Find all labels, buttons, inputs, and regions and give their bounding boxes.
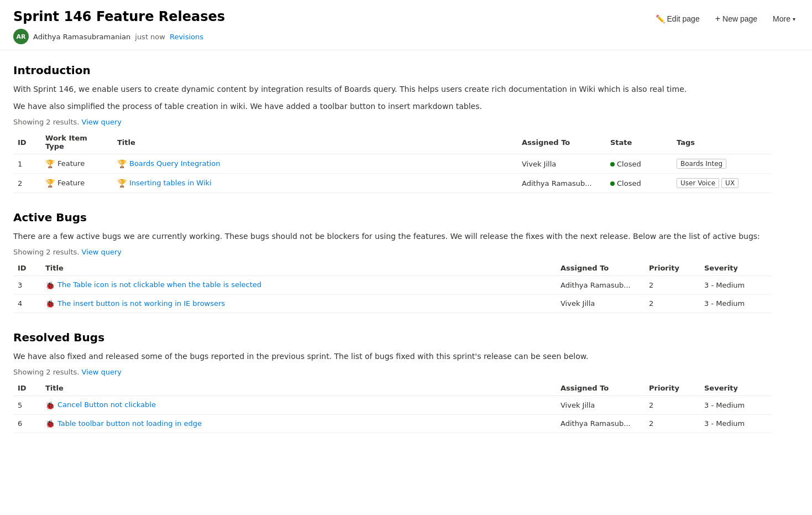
active-bugs-showing: Showing 2 results. View query (13, 248, 772, 256)
cell-state: Closed (606, 154, 672, 174)
cell-tags: Boards Integ (672, 154, 772, 174)
cell-title[interactable]: 🐞The insert button is not working in IE … (41, 294, 556, 313)
plus-icon: + (715, 14, 720, 24)
cell-severity: 3 - Medium (700, 414, 772, 433)
page-content: Introduction With Sprint 146, we enable … (0, 50, 785, 464)
bug-icon: 🐞 (45, 299, 54, 308)
table-row: 6 🐞Table toolbar button not loading in e… (13, 414, 772, 433)
introduction-section: Introduction With Sprint 146, we enable … (13, 64, 772, 193)
cell-assigned: Vivek Jilla (556, 294, 645, 313)
resolved-bugs-heading: Resolved Bugs (13, 331, 772, 344)
introduction-table: ID Work Item Type Title Assigned To Stat… (13, 131, 772, 193)
bug-icon: 🐞 (45, 419, 54, 428)
col-header-type: Work Item Type (41, 131, 113, 154)
cell-id: 5 (13, 396, 41, 415)
page-title: Sprint 146 Feature Releases (13, 9, 225, 24)
cell-title[interactable]: 🐞Cancel Button not clickable (41, 396, 556, 415)
cell-id: 2 (13, 174, 41, 193)
table-row: 3 🐞The Table icon is not clickable when … (13, 276, 772, 295)
cell-assigned: Vivek Jilla (517, 154, 606, 174)
cell-type: 🏆Feature (41, 174, 113, 193)
author-name: Adithya Ramasubramanian (33, 33, 130, 41)
tag-pill: UX (721, 178, 738, 188)
table-row: 5 🐞Cancel Button not clickable Vivek Jil… (13, 396, 772, 415)
resolved-bugs-para: We have also fixed and released some of … (13, 351, 772, 362)
introduction-showing: Showing 2 results. View query (13, 118, 772, 126)
active-bugs-para: There are a few active bugs we are curre… (13, 231, 772, 242)
active-bugs-table: ID Title Assigned To Priority Severity 3… (13, 261, 772, 313)
introduction-heading: Introduction (13, 64, 772, 77)
active-bugs-view-query[interactable]: View query (82, 248, 122, 256)
cell-tags: User VoiceUX (672, 174, 772, 193)
col-header-severity: Severity (700, 261, 772, 276)
cell-priority: 2 (645, 294, 700, 313)
cell-assigned: Adithya Ramasub... (517, 174, 606, 193)
col-header-id: ID (13, 131, 41, 154)
bug-icon: 🐞 (45, 281, 54, 290)
cell-title[interactable]: 🏆Boards Query Integration (113, 154, 517, 174)
chevron-down-icon: ▾ (793, 16, 795, 22)
timestamp: just now (135, 33, 165, 41)
cell-title[interactable]: 🐞Table toolbar button not loading in edg… (41, 414, 556, 433)
table-row: 2 🏆Feature 🏆Inserting tables in Wiki Adi… (13, 174, 772, 193)
edit-page-button[interactable]: ✏️ Edit page (652, 12, 703, 25)
cell-severity: 3 - Medium (700, 294, 772, 313)
cell-severity: 3 - Medium (700, 276, 772, 295)
feature-icon-2: 🏆 (117, 179, 126, 188)
cell-type: 🏆Feature (41, 154, 113, 174)
resolved-bugs-section: Resolved Bugs We have also fixed and rel… (13, 331, 772, 433)
tag-pill: Boards Integ (677, 159, 726, 169)
cell-title[interactable]: 🏆Inserting tables in Wiki (113, 174, 517, 193)
introduction-para1: With Sprint 146, we enable users to crea… (13, 84, 772, 95)
col-header-tags: Tags (672, 131, 772, 154)
cell-assigned: Adithya Ramasub... (556, 414, 645, 433)
col-header-title: Title (113, 131, 517, 154)
col-header-id-3: ID (13, 381, 41, 396)
active-bugs-section: Active Bugs There are a few active bugs … (13, 211, 772, 313)
cell-id: 1 (13, 154, 41, 174)
new-page-button[interactable]: + New page (712, 12, 761, 26)
table-row: 4 🐞The insert button is not working in I… (13, 294, 772, 313)
resolved-bugs-showing: Showing 2 results. View query (13, 368, 772, 376)
introduction-view-query[interactable]: View query (82, 118, 122, 126)
avatar: AR (13, 29, 29, 44)
cell-priority: 2 (645, 414, 700, 433)
page-meta: AR Adithya Ramasubramanian just now Revi… (13, 29, 799, 50)
col-header-priority-3: Priority (645, 381, 700, 396)
resolved-bugs-view-query[interactable]: View query (82, 368, 122, 376)
resolved-bugs-table: ID Title Assigned To Priority Severity 5… (13, 381, 772, 433)
feature-icon-2: 🏆 (117, 159, 126, 168)
cell-assigned: Adithya Ramasub... (556, 276, 645, 295)
cell-id: 6 (13, 414, 41, 433)
col-header-severity-3: Severity (700, 381, 772, 396)
col-header-priority: Priority (645, 261, 700, 276)
edit-icon: ✏️ (656, 14, 665, 23)
cell-priority: 2 (645, 276, 700, 295)
state-dot (610, 162, 615, 167)
col-header-assigned-2: Assigned To (556, 261, 645, 276)
state-dot (610, 181, 615, 186)
bug-icon: 🐞 (45, 401, 54, 410)
cell-id: 4 (13, 294, 41, 313)
cell-priority: 2 (645, 396, 700, 415)
feature-icon: 🏆 (45, 159, 54, 168)
cell-id: 3 (13, 276, 41, 295)
tag-pill: User Voice (677, 178, 719, 188)
revisions-link[interactable]: Revisions (170, 33, 203, 41)
introduction-para2: We have also simplified the process of t… (13, 101, 772, 112)
toolbar-right: ✏️ Edit page + New page More ▾ (652, 12, 799, 26)
col-header-title-2: Title (41, 261, 556, 276)
col-header-state: State (606, 131, 672, 154)
more-button[interactable]: More ▾ (769, 12, 799, 25)
cell-severity: 3 - Medium (700, 396, 772, 415)
col-header-title-3: Title (41, 381, 556, 396)
cell-title[interactable]: 🐞The Table icon is not clickable when th… (41, 276, 556, 295)
col-header-id-2: ID (13, 261, 41, 276)
col-header-assigned: Assigned To (517, 131, 606, 154)
feature-icon: 🏆 (45, 179, 54, 188)
cell-state: Closed (606, 174, 672, 193)
table-row: 1 🏆Feature 🏆Boards Query Integration Viv… (13, 154, 772, 174)
active-bugs-heading: Active Bugs (13, 211, 772, 224)
cell-assigned: Vivek Jilla (556, 396, 645, 415)
col-header-assigned-3: Assigned To (556, 381, 645, 396)
